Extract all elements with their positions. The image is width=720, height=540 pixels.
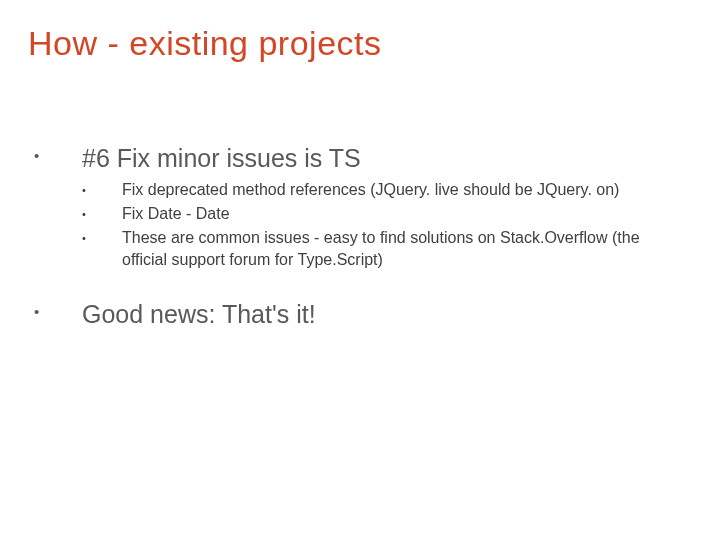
bullet-item: • #6 Fix minor issues is TS <box>34 143 692 173</box>
sub-bullet-item: • Fix deprecated method references (JQue… <box>82 179 692 201</box>
sub-bullet-item: • Fix Date - Date <box>82 203 692 225</box>
bullet-item: • Good news: That's it! <box>34 299 692 329</box>
bullet-marker: • <box>34 299 82 325</box>
sub-bullet-text: Fix Date - Date <box>122 203 692 225</box>
sub-bullet-text: Fix deprecated method references (JQuery… <box>122 179 692 201</box>
sub-list: • Fix deprecated method references (JQue… <box>82 179 692 271</box>
bullet-marker: • <box>82 203 122 225</box>
bullet-marker: • <box>82 227 122 249</box>
bullet-marker: • <box>34 143 82 169</box>
sub-bullet-text: These are common issues - easy to find s… <box>122 227 692 271</box>
bullet-text: #6 Fix minor issues is TS <box>82 143 361 173</box>
bullet-marker: • <box>82 179 122 201</box>
slide-content: • #6 Fix minor issues is TS • Fix deprec… <box>28 143 692 329</box>
bullet-text: Good news: That's it! <box>82 299 316 329</box>
sub-bullet-item: • These are common issues - easy to find… <box>82 227 692 271</box>
slide-title: How - existing projects <box>28 24 692 63</box>
